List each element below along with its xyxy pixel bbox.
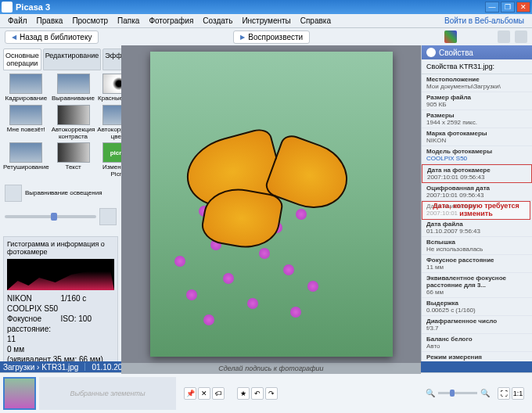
- color-palette-icon[interactable]: [444, 31, 457, 43]
- fit-icon[interactable]: ⛶: [498, 387, 510, 400]
- zoom-out-icon[interactable]: 🔍: [426, 389, 435, 397]
- annotation-label: Дата, которую требуется изменить: [422, 201, 530, 220]
- tag-icon[interactable]: 🏷: [212, 387, 225, 400]
- hold-icon[interactable]: 📌: [184, 387, 196, 400]
- menu-help[interactable]: Справка: [296, 16, 336, 25]
- rotate-right-icon[interactable]: ↷: [265, 387, 278, 400]
- close-button[interactable]: ✕: [516, 2, 530, 13]
- property-row: Диафрагменное числоf/3.7: [422, 316, 532, 334]
- rotate-left-icon[interactable]: ↶: [251, 387, 264, 400]
- property-row: Модель фотокамерыCOOLPIX S50: [422, 146, 532, 164]
- histogram-chart: [7, 259, 114, 290]
- property-row: Баланс белогоАвто: [422, 334, 532, 352]
- property-row: Выдержка0.00625 с (1/160): [422, 298, 532, 316]
- back-button[interactable]: ◀Назад в библиотеку: [5, 31, 99, 44]
- properties-filename: Свойства KTR31.jpg:: [422, 59, 532, 74]
- property-row: Эквивалентное фокусное расстояние для 3.…: [422, 273, 532, 298]
- menu-edit[interactable]: Правка: [32, 16, 68, 25]
- actual-icon[interactable]: 1:1: [512, 387, 524, 400]
- fill-light-icon: [5, 185, 22, 202]
- rotate-ccw-icon[interactable]: [498, 31, 510, 43]
- status-file: Загрузки › KTR31.jpg: [3, 363, 78, 372]
- tool-picnik[interactable]: picnikИзменить в Picnik: [97, 142, 121, 178]
- tool-redeye[interactable]: Красные глаза: [97, 74, 121, 102]
- menubar: Файл Правка Просмотр Папка Фотография Со…: [0, 14, 532, 28]
- star-icon[interactable]: ★: [237, 387, 250, 400]
- caption-input[interactable]: Сделай подпись к фотографии: [121, 363, 421, 374]
- properties-header: Свойства: [422, 45, 532, 59]
- properties-panel: Свойства Свойства KTR31.jpg: Местоположе…: [421, 45, 532, 361]
- equiv-focal: (эквивалент 35 мм: 66 мм): [7, 354, 114, 361]
- filmstrip-thumb[interactable]: [3, 377, 36, 410]
- properties-list[interactable]: МестоположениеМои документы\Загрузки\Раз…: [422, 74, 532, 361]
- tab-basic[interactable]: Основные операции: [3, 48, 41, 70]
- iso-value: ISO: 100: [61, 314, 115, 344]
- aperture: 0 мм: [7, 344, 61, 354]
- property-row: Дата файла01.10.2007 9:56:43: [422, 219, 532, 237]
- property-row: Оцифрованная дата2007:10:01 09:56:43: [422, 183, 532, 201]
- focal-length: Фокусное расстояние: 11: [7, 314, 61, 344]
- property-row: Дата изменения2007:10:01Дата, которую тр…: [422, 201, 532, 219]
- tool-crop[interactable]: Кадрирование: [3, 74, 49, 102]
- clear-icon[interactable]: ✕: [198, 387, 210, 400]
- signin-link[interactable]: Войти в Веб-альбомы: [440, 16, 529, 25]
- zoom-in-icon[interactable]: 🔍: [480, 389, 490, 397]
- toolbar: ◀Назад в библиотеку ▶Воспроизвести: [0, 28, 532, 45]
- property-row: Фокусное расстояние11 мм: [422, 255, 532, 273]
- menu-file[interactable]: Файл: [3, 16, 32, 25]
- maximize-button[interactable]: ❐: [501, 2, 515, 13]
- histogram-title: Гистограмма и информация о фотокамере: [7, 240, 114, 256]
- minimize-button[interactable]: —: [485, 2, 499, 13]
- reset-slider-icon[interactable]: [99, 208, 117, 225]
- property-row: Размеры1944 x 2592 пикс.: [422, 110, 532, 128]
- tab-edit[interactable]: Редактирование: [43, 48, 102, 70]
- tool-text[interactable]: Текст: [52, 142, 95, 178]
- titlebar: Picasa 3 — ❐ ✕: [0, 0, 532, 14]
- tool-lucky[interactable]: Мне повезёт!: [3, 105, 49, 141]
- tab-effects[interactable]: Эффекты: [102, 48, 121, 70]
- menu-create[interactable]: Создать: [198, 16, 237, 25]
- property-row: МестоположениеМои документы\Загрузки\: [422, 74, 532, 92]
- slider-label: Выравнивание освещения: [25, 189, 102, 196]
- shutter-speed: 1/160 с: [61, 293, 115, 314]
- property-row: Режим измеренияМатрица: [422, 352, 532, 361]
- left-panel: Основные операции Редактирование Эффекты…: [0, 45, 121, 361]
- zoom-slider[interactable]: [438, 392, 477, 394]
- filmstrip: Выбранные элементы 📌 ✕ 🏷 ★ ↶ ↷ 🔍 🔍 ⛶ 1:1: [0, 372, 532, 413]
- menu-view[interactable]: Просмотр: [67, 16, 113, 25]
- tool-straighten[interactable]: Выравнивание: [52, 74, 95, 102]
- menu-folder[interactable]: Папка: [113, 16, 144, 25]
- photo[interactable]: [150, 52, 393, 357]
- rotate-cw-icon[interactable]: [515, 31, 527, 43]
- tool-retouch[interactable]: Ретуширование: [3, 142, 49, 178]
- fill-light-slider[interactable]: [5, 215, 96, 218]
- property-row: Размер файла905 КБ: [422, 92, 532, 110]
- tool-autocontrast[interactable]: Автокоррекция контраста: [52, 105, 95, 141]
- image-area: Сделай подпись к фотографии: [121, 45, 421, 361]
- property-row: Марка фотокамерыNIKON: [422, 128, 532, 146]
- property-row: Дата на фотокамере2007:10:01 09:56:43: [422, 164, 532, 183]
- app-icon: [2, 2, 13, 13]
- tool-autocolor[interactable]: Автокоррекция цвета: [97, 105, 121, 141]
- property-row: ВспышкаНе использовалась: [422, 237, 532, 255]
- zoom-control[interactable]: 🔍 🔍: [426, 389, 490, 397]
- camera-model: NIKON COOLPIX S50: [7, 293, 61, 314]
- play-button[interactable]: ▶Воспроизвести: [233, 31, 310, 44]
- menu-photo[interactable]: Фотография: [144, 16, 198, 25]
- gear-icon[interactable]: [426, 48, 436, 57]
- histogram-panel: Гистограмма и информация о фотокамере NI…: [3, 236, 118, 361]
- menu-tools[interactable]: Инструменты: [237, 16, 295, 25]
- selection-tray[interactable]: Выбранные элементы: [39, 377, 176, 410]
- window-title: Picasa 3: [16, 2, 483, 12]
